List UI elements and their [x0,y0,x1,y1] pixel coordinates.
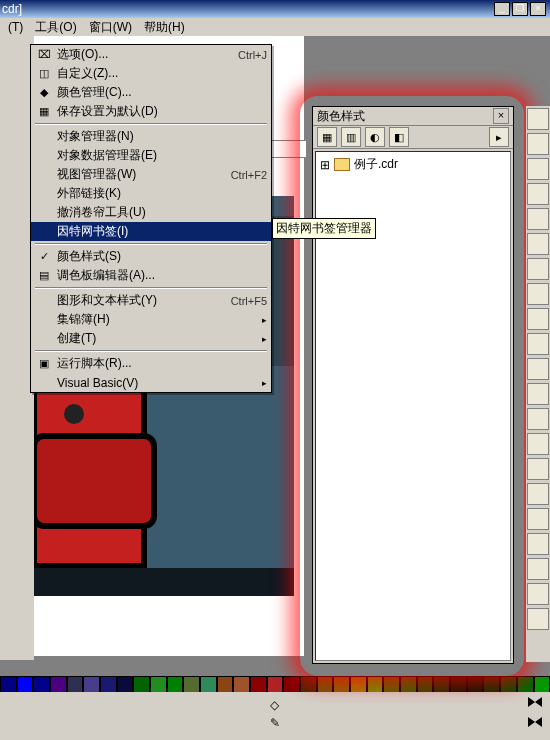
bookmark-tooltip: 因特网书签管理器 [272,218,376,239]
tool-21[interactable] [527,608,549,630]
menu-icon: ⌧ [35,47,53,63]
color-styles-docker: 颜色样式 × ▦ ▥ ◐ ◧ ▸ ⊞ 例子.cdr [312,106,514,664]
menu-shortcut: Ctrl+F5 [231,295,267,307]
tool-9[interactable] [527,308,549,330]
tool-4[interactable] [527,183,549,205]
menu-icon [35,331,53,347]
menu-item-10[interactable]: 因特网书签(I) [31,222,271,241]
menu-label: 颜色管理(C)... [57,84,259,101]
menu-label: 对象管理器(N) [57,128,259,145]
menu-label: 视图管理器(W) [57,166,223,183]
menu-icon: ▦ [35,104,53,120]
tool-19[interactable] [527,558,549,580]
menu-label: 外部链接(K) [57,185,259,202]
menu-icon [35,167,53,183]
edit-style-icon[interactable]: ◐ [365,127,385,147]
menu-icon [35,224,53,240]
tool-16[interactable] [527,483,549,505]
no-fill-icon[interactable] [528,697,542,707]
menu-item-13[interactable]: ▤调色板编辑器(A)... [31,266,271,285]
menu-item-1[interactable]: ◫自定义(Z)... [31,64,271,83]
tool-14[interactable] [527,433,549,455]
tool-17[interactable] [527,508,549,530]
menu-label: 对象数据管理器(E) [57,147,259,164]
menu-icon: ▤ [35,268,53,284]
tools-menu-dropdown: ⌧选项(O)...Ctrl+J◫自定义(Z)...◆颜色管理(C)...▦保存设… [30,44,272,393]
submenu-arrow-icon: ▸ [262,334,267,344]
submenu-arrow-icon: ▸ [262,315,267,325]
new-style-icon[interactable]: ▦ [317,127,337,147]
tool-11[interactable] [527,358,549,380]
menu-help[interactable]: 帮助(H) [138,18,191,37]
menu-icon [35,293,53,309]
close-button[interactable]: × [530,2,546,16]
docker-toolbar: ▦ ▥ ◐ ◧ ▸ [313,126,513,149]
menu-window[interactable]: 窗口(W) [83,18,138,37]
folder-icon [334,158,350,171]
menu-label: 图形和文本样式(Y) [57,292,223,309]
tool-10[interactable] [527,333,549,355]
menu-label: 调色板编辑器(A)... [57,267,259,284]
docker-close-icon[interactable]: × [493,108,509,124]
auto-style-icon[interactable]: ◧ [389,127,409,147]
menu-tools[interactable]: 工具(O) [29,18,82,37]
expand-icon[interactable]: ⊞ [320,158,330,172]
menu-item-15[interactable]: 图形和文本样式(Y)Ctrl+F5 [31,291,271,310]
menu-label: 选项(O)... [57,46,230,63]
tool-5[interactable] [527,208,549,230]
docker-menu-icon[interactable]: ▸ [489,127,509,147]
menu-icon: ▣ [35,356,53,372]
menu-item-20[interactable]: Visual Basic(V)▸ [31,373,271,392]
menu-item-3[interactable]: ▦保存设置为默认(D) [31,102,271,121]
tool-18[interactable] [527,533,549,555]
menu-label: 因特网书签(I) [57,223,259,240]
menu-shortcut: Ctrl+F2 [231,169,267,181]
tree-file-label: 例子.cdr [354,156,398,173]
tool-2[interactable] [527,133,549,155]
svg-rect-6 [34,568,294,596]
menu-item-7[interactable]: 视图管理器(W)Ctrl+F2 [31,165,271,184]
menu-item-8[interactable]: 外部链接(K) [31,184,271,203]
tool-13[interactable] [527,408,549,430]
menu-icon: ◫ [35,66,53,82]
menu-label: 撤消卷帘工具(U) [57,204,259,221]
menu-item-17[interactable]: 创建(T)▸ [31,329,271,348]
menu-icon: ◆ [35,85,53,101]
tool-3[interactable] [527,158,549,180]
tool-1[interactable] [527,108,549,130]
menu-label: 颜色样式(S) [57,248,259,265]
tool-6[interactable] [527,233,549,255]
tool-20[interactable] [527,583,549,605]
svg-rect-4 [34,436,154,526]
maximize-button[interactable]: ❐ [512,2,528,16]
color-palette [0,676,550,692]
menu-item-5[interactable]: 对象管理器(N) [31,127,271,146]
menu-label: 自定义(Z)... [57,65,259,82]
menu-icon: ✓ [35,249,53,265]
menu-icon [35,148,53,164]
menu-label: 创建(T) [57,330,248,347]
tree-file-item[interactable]: ⊞ 例子.cdr [320,156,506,173]
menu-t[interactable]: (T) [2,19,29,35]
submenu-arrow-icon: ▸ [262,378,267,388]
tool-12[interactable] [527,383,549,405]
menu-item-2[interactable]: ◆颜色管理(C)... [31,83,271,102]
menu-icon [35,375,53,391]
minimize-button[interactable]: _ [494,2,510,16]
menu-item-0[interactable]: ⌧选项(O)...Ctrl+J [31,45,271,64]
no-outline-icon[interactable] [528,717,542,727]
menu-icon [35,129,53,145]
menu-item-19[interactable]: ▣运行脚本(R)... [31,354,271,373]
menu-item-6[interactable]: 对象数据管理器(E) [31,146,271,165]
menu-item-16[interactable]: 集锦簿(H)▸ [31,310,271,329]
tool-15[interactable] [527,458,549,480]
menu-item-9[interactable]: 撤消卷帘工具(U) [31,203,271,222]
new-child-icon[interactable]: ▥ [341,127,361,147]
menu-label: 运行脚本(R)... [57,355,259,372]
menu-item-12[interactable]: ✓颜色样式(S) [31,247,271,266]
outline-tool-icon[interactable]: ✎ [270,716,280,730]
tool-8[interactable] [527,283,549,305]
tool-7[interactable] [527,258,549,280]
title-text: cdr] [2,2,22,16]
fill-tool-icon[interactable]: ◇ [270,698,279,712]
